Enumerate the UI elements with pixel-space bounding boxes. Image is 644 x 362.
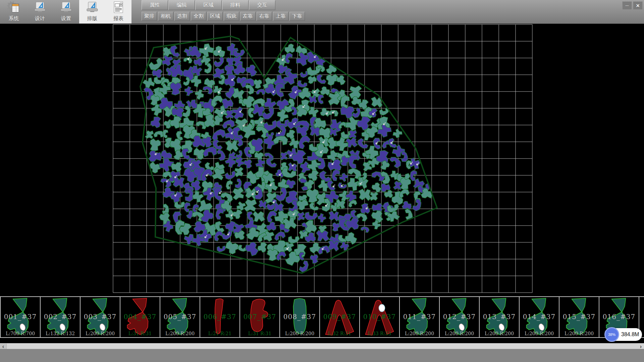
piece-label: 001_#37 [1, 313, 40, 321]
nesting-canvas[interactable] [0, 24, 644, 296]
piece-label: 016_#37 [599, 313, 639, 321]
scroll-left-icon[interactable]: ‹ [0, 344, 7, 349]
piece-thumbnail-9[interactable]: 009_#37L:32 R:31 [320, 297, 360, 337]
application-window: 系统设计设置排版报表 属性编辑区域排料交互 聚排相机选割全割区域瑕疵左靠右靠上靠… [0, 0, 644, 362]
piece-count: L:200 R:200 [520, 331, 559, 336]
piece-label: 004_#37 [120, 313, 160, 321]
app-button-settings[interactable]: 设置 [53, 0, 79, 23]
app-button-label: 排版 [87, 15, 97, 22]
close-button[interactable]: ✕ [633, 1, 643, 10]
app-button-label: 设置 [61, 15, 71, 22]
app-button-label: 报表 [113, 15, 123, 22]
window-controls: ─ ✕ [622, 1, 643, 10]
piece-count: L:32 R:31 [320, 331, 359, 336]
tool-button-8[interactable]: 右靠 [257, 12, 272, 21]
piece-thumbnail-13[interactable]: 013_#37L:200 R:200 [480, 297, 520, 337]
menu-tab-4[interactable]: 排料 [222, 0, 249, 10]
tool-button-3[interactable]: 选割 [174, 12, 190, 21]
tool-button-9[interactable]: 上靠 [273, 12, 288, 21]
tool-button-1[interactable]: 聚排 [142, 12, 157, 21]
piece-thumbnail-14[interactable]: 014_#37L:200 R:200 [520, 297, 559, 337]
report-icon [112, 1, 124, 15]
status-strip [0, 349, 644, 362]
piece-label: 012_#37 [440, 313, 479, 321]
tool-button-2[interactable]: 相机 [158, 12, 173, 21]
piece-label: 003_#37 [80, 313, 120, 321]
piece-thumbnail-1[interactable]: 001_#37L:700 R:700 [0, 297, 41, 337]
app-button-report[interactable]: 报表 [105, 0, 131, 23]
memory-badge: 38% 384.8M [606, 328, 642, 341]
piece-thumbnail-6[interactable]: 006_#37L:21 R:21 [200, 297, 240, 337]
piece-label: 015_#37 [559, 313, 599, 321]
piece-count: L:200 R:200 [80, 331, 120, 336]
piece-count: L:31 R:31 [120, 331, 160, 336]
piece-thumbnail-3[interactable]: 003_#37L:200 R:200 [80, 297, 120, 337]
menu-tab-3[interactable]: 区域 [195, 0, 222, 10]
piece-label: 013_#37 [480, 313, 519, 321]
horizontal-scrollbar[interactable]: ‹ › [0, 343, 644, 349]
nested-hide-view [112, 24, 533, 294]
ribbon: 属性编辑区域排料交互 聚排相机选割全割区域瑕疵左靠右靠上靠下靠 [142, 0, 306, 23]
menu-tab-row: 属性编辑区域排料交互 [142, 0, 306, 10]
menu-tab-5[interactable]: 交互 [249, 0, 275, 10]
app-button-design[interactable]: 设计 [27, 0, 53, 23]
layout-icon [86, 1, 99, 15]
memory-value: 384.8M [621, 328, 639, 341]
piece-count: L:200 R:200 [160, 331, 200, 336]
tool-button-7[interactable]: 左靠 [240, 12, 256, 21]
menu-tab-2[interactable]: 编辑 [168, 0, 195, 10]
minimize-button[interactable]: ─ [622, 1, 632, 10]
piece-label: 005_#37 [160, 313, 200, 321]
app-button-label: 设计 [35, 15, 45, 22]
pieces-thumbnail-strip: 001_#37L:700 R:700002_#37L:132 R:132003_… [0, 296, 644, 338]
piece-thumbnail-8[interactable]: 008_#37L:200 R:200 [280, 297, 320, 337]
tool-button-row: 聚排相机选割全割区域瑕疵左靠右靠上靠下靠 [142, 10, 306, 23]
piece-count: L:200 R:200 [480, 331, 519, 336]
piece-thumbnail-15[interactable]: 015_#37L:200 R:200 [559, 297, 599, 337]
piece-count: L:21 R:21 [200, 331, 239, 336]
menu-tab-1[interactable]: 属性 [142, 0, 168, 10]
tool-button-5[interactable]: 区域 [207, 12, 223, 21]
settings-icon [59, 1, 73, 15]
piece-count: L:700 R:700 [1, 331, 40, 336]
piece-thumbnail-2[interactable]: 002_#37L:132 R:132 [41, 297, 80, 337]
piece-thumbnail-4[interactable]: 004_#37L:31 R:31 [120, 297, 160, 337]
piece-label: 014_#37 [520, 313, 559, 321]
piece-count: L:200 R:200 [559, 331, 599, 336]
piece-thumbnail-10[interactable]: 010_#37L:33 R:33 [360, 297, 400, 337]
piece-label: 006_#37 [200, 313, 239, 321]
titlebar: 系统设计设置排版报表 属性编辑区域排料交互 聚排相机选割全割区域瑕疵左靠右靠上靠… [0, 0, 644, 24]
app-button-label: 系统 [9, 15, 19, 22]
piece-label: 011_#37 [400, 313, 439, 321]
piece-label: 002_#37 [41, 313, 80, 321]
piece-label: 009_#37 [320, 313, 359, 321]
piece-count: L:200 R:200 [440, 331, 479, 336]
scroll-right-icon[interactable]: › [638, 344, 644, 349]
piece-thumbnail-12[interactable]: 012_#37L:200 R:200 [440, 297, 480, 337]
system-icon [7, 1, 20, 15]
tool-button-4[interactable]: 全割 [191, 12, 206, 21]
app-button-system[interactable]: 系统 [1, 0, 27, 23]
tool-button-6[interactable]: 瑕疵 [224, 12, 239, 21]
piece-count: L:200 R:200 [280, 331, 319, 336]
piece-count: L:200 R:200 [400, 331, 439, 336]
app-button-layout[interactable]: 排版 [79, 0, 105, 23]
piece-label: 007_#37 [240, 313, 279, 321]
piece-count: L:33 R:33 [360, 331, 399, 336]
piece-label: 008_#37 [280, 313, 319, 321]
progress-circle: 38% [604, 327, 619, 342]
piece-count: L:31 R:31 [240, 331, 279, 336]
app-button-bar: 系统设计设置排版报表 [1, 0, 131, 23]
tool-button-10[interactable]: 下靠 [289, 12, 305, 21]
piece-thumbnail-5[interactable]: 005_#37L:200 R:200 [160, 297, 200, 337]
piece-label: 0 [639, 313, 644, 321]
piece-count: L:132 R:132 [41, 331, 80, 336]
piece-thumbnail-7[interactable]: 007_#37L:31 R:31 [240, 297, 280, 337]
design-icon [33, 1, 47, 15]
nested-pieces [143, 43, 432, 272]
piece-thumbnail-11[interactable]: 011_#37L:200 R:200 [400, 297, 440, 337]
piece-label: 010_#37 [360, 313, 399, 321]
